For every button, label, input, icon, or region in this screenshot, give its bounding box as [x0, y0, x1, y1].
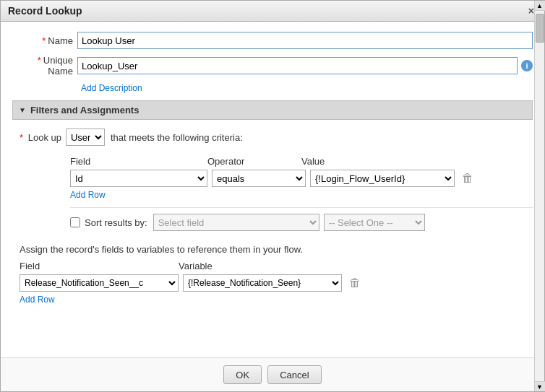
filter-add-row-link[interactable]: Add Row	[70, 190, 106, 200]
assign-header: Field Variable	[20, 261, 533, 271]
sort-label: Sort results by:	[85, 217, 147, 228]
operator-column-header: Operator	[207, 156, 301, 167]
dialog-title: Record Lookup	[8, 5, 82, 17]
filter-field-select[interactable]: Id	[70, 170, 207, 187]
filter-row-delete-icon[interactable]: 🗑	[462, 172, 473, 185]
sort-order-select[interactable]: -- Select One --	[324, 214, 425, 231]
name-required: *	[42, 35, 46, 46]
filter-operator-select[interactable]: equals	[212, 170, 306, 187]
assign-row-delete-icon[interactable]: 🗑	[349, 276, 361, 289]
filter-table-header: Field Operator Value	[70, 156, 533, 167]
add-description-link[interactable]: Add Description	[81, 83, 142, 93]
ok-button[interactable]: OK	[223, 365, 262, 384]
assign-variable-select[interactable]: {!Release_Notification_Seen}	[183, 274, 342, 292]
name-row: *Name	[12, 32, 533, 49]
lookup-label: * Look up	[20, 132, 61, 143]
criteria-text: that meets the following criteria:	[111, 132, 243, 143]
name-label: *Name	[12, 35, 77, 46]
filter-row: Id equals {!Login_Flow_UserId} 🗑	[70, 170, 533, 187]
assign-add-row-link[interactable]: Add Row	[20, 295, 55, 305]
sort-checkbox[interactable]	[70, 217, 80, 227]
assign-field-select[interactable]: Release_Notification_Seen__c	[20, 274, 179, 292]
dialog-footer: OK Cancel	[1, 357, 544, 391]
assign-description: Assign the record's fields to variables …	[20, 244, 533, 255]
name-input[interactable]	[77, 32, 533, 49]
scrollbar-thumb[interactable]	[536, 14, 544, 43]
record-lookup-dialog: Record Lookup × *Name *Unique Name i Add…	[0, 0, 545, 392]
section-arrow-icon: ▼	[19, 106, 26, 114]
filter-value-select[interactable]: {!Login_Flow_UserId}	[310, 170, 455, 187]
assign-row: Release_Notification_Seen__c {!Release_N…	[20, 274, 533, 292]
scrollbar-up-button[interactable]: ▲	[535, 1, 545, 11]
dialog-header: Record Lookup ×	[1, 1, 544, 22]
unique-name-label: *Unique Name	[12, 55, 77, 77]
cancel-button[interactable]: Cancel	[267, 365, 321, 384]
filters-section-header: ▼ Filters and Assignments	[12, 100, 533, 120]
scrollbar-down-button[interactable]: ▼	[535, 381, 545, 391]
scrollbar: ▲ ▼	[534, 1, 544, 391]
value-column-header: Value	[301, 156, 446, 167]
lookup-object-select[interactable]: User	[66, 129, 105, 146]
assign-variable-col-header: Variable	[179, 261, 338, 271]
info-icon[interactable]: i	[521, 60, 533, 71]
dialog-body: *Name *Unique Name i Add Description ▼ F…	[1, 22, 544, 357]
sort-field-select[interactable]: Select field	[153, 214, 319, 231]
unique-name-row: *Unique Name i	[12, 55, 533, 77]
assign-section: Assign the record's fields to variables …	[20, 244, 533, 305]
filter-table: Field Operator Value Id equals {!Login_F…	[70, 156, 533, 200]
filters-section-title: Filters and Assignments	[30, 105, 140, 116]
field-column-header: Field	[70, 156, 207, 167]
lookup-row: * Look up User that meets the following …	[20, 129, 533, 146]
unique-name-required: *	[38, 55, 41, 66]
sort-row: Sort results by: Select field -- Select …	[70, 207, 533, 237]
unique-name-input[interactable]	[77, 57, 518, 74]
assign-field-col-header: Field	[20, 261, 179, 271]
